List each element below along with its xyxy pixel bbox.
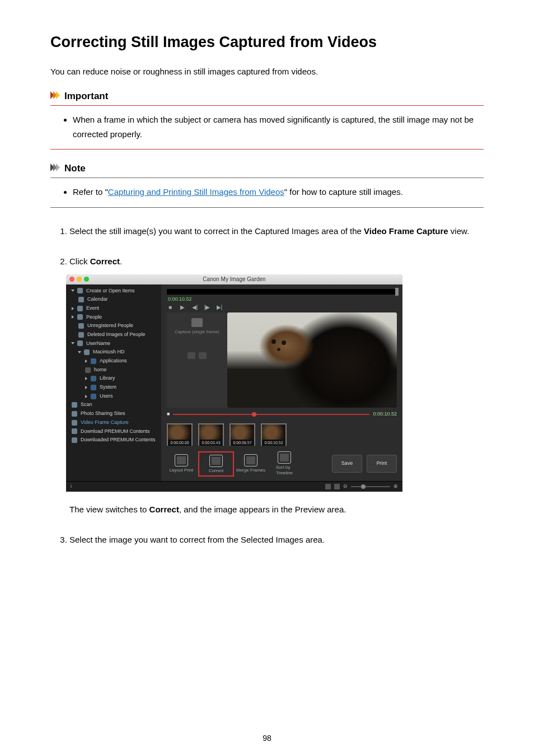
note-header: Note [50,161,484,178]
app-screenshot: Canon My Image Garden Create or Open Ite… [66,274,402,492]
sort-timeline-button[interactable]: Sort by Timeline [270,451,299,477]
sidebar-item-people[interactable]: People [66,313,161,322]
info-icon[interactable]: i [71,483,72,490]
sidebar-item-apps[interactable]: Applications [66,357,161,366]
capture-panel: Capture (single frame) [167,312,227,364]
thumb[interactable]: 0:00:03.43 [198,423,224,446]
view-mode-icon[interactable] [334,484,340,489]
sidebar-item-library[interactable]: Library [66,374,161,383]
note-label: Note [64,163,86,174]
camera-icon[interactable] [191,318,203,327]
view-mode-icon[interactable] [325,484,331,489]
stop-icon[interactable]: ■ [167,304,174,310]
note-body: Refer to "Capturing and Printing Still I… [50,178,484,208]
thumb[interactable]: 0:00:00.00 [167,423,193,446]
note-link[interactable]: Capturing and Printing Still Images from… [108,187,284,197]
sidebar-item-unregistered[interactable]: Unregistered People [66,321,161,330]
thumb[interactable]: 0:00:08.57 [229,423,255,446]
important-label: Important [64,91,108,102]
important-header: Important [50,88,484,106]
timestamp: 0:00:10.52 [168,296,402,303]
sidebar-item-sharing[interactable]: Photo Sharing Sites [66,409,161,418]
sidebar-item-home[interactable]: home [66,366,161,375]
window-title: Canon My Image Garden [66,276,402,283]
page-number: 98 [0,734,534,743]
playback-controls: ■ ▶ ◀| |▶ ▶| [167,304,402,310]
steps-list: Select the still image(s) you want to co… [50,223,484,548]
page-title: Correcting Still Images Captured from Vi… [50,34,484,51]
zoom-out-icon[interactable]: ⊖ [343,483,348,490]
slider-end-time: 0:00:10.52 [373,411,397,418]
print-button[interactable]: Print [367,455,397,473]
content-area: 0:00:10.52 ■ ▶ ◀| |▶ ▶| Capture (single … [161,284,402,481]
step-2-result: The view switches to Correct, and the im… [69,502,484,518]
prev-frame-icon[interactable]: ◀| [191,304,198,310]
video-strip[interactable] [167,289,397,295]
play-icon[interactable]: ▶ [179,304,186,310]
zoom-slider[interactable] [351,486,390,487]
sidebar-item-users[interactable]: Users [66,392,161,401]
sidebar: Create or Open Items Calendar Event Peop… [66,284,161,481]
action-row: Layout Print Correct Merge Frames Sort b… [167,451,397,477]
sidebar-item-deleted[interactable]: Deleted Images of People [66,330,161,339]
correct-button[interactable]: Correct [200,454,232,474]
step-3: Select the image you want to correct fro… [69,532,484,548]
important-body: When a frame in which the subject or cam… [50,106,484,150]
sidebar-item-username[interactable]: UserName [66,339,161,348]
merge-frames-button[interactable]: Merge Frames [236,454,265,473]
sidebar-item-system[interactable]: System [66,383,161,392]
sidebar-item-event[interactable]: Event [66,304,161,313]
time-slider[interactable]: ■ 0:00:10.52 [167,411,397,418]
important-item: When a frame in which the subject or cam… [73,113,484,141]
zoom-in-icon[interactable]: ⊕ [394,483,398,490]
mini-icon[interactable] [188,352,195,359]
thumb[interactable]: 0:00:10.52 [261,423,287,446]
note-item: Refer to "Capturing and Printing Still I… [73,185,484,199]
statusbar: i ⊖ ⊕ [66,481,402,492]
step-2: Click Correct. Canon My Image Garden Cre… [69,254,484,517]
sidebar-item-calendar[interactable]: Calendar [66,295,161,304]
sidebar-item-dled[interactable]: Downloaded PREMIUM Contents [66,436,161,445]
preview-image [227,312,397,408]
captured-thumbs: 0:00:00.00 0:00:03.43 0:00:08.57 0:00:10… [167,423,397,446]
mini-icon[interactable] [199,352,207,359]
save-button[interactable]: Save [332,455,362,473]
intro-text: You can reduce noise or roughness in sti… [50,67,484,76]
step-1: Select the still image(s) you want to co… [69,223,484,240]
preview-zone: Capture (single frame) [167,312,397,408]
titlebar: Canon My Image Garden [66,274,402,284]
sidebar-item-mac[interactable]: Macintosh HD [66,348,161,357]
capture-label: Capture (single frame) [169,329,225,335]
sidebar-item-scan[interactable]: Scan [66,400,161,409]
sidebar-item-create[interactable]: Create or Open Items [66,287,161,296]
chevron-icon [50,164,59,174]
sidebar-item-vfc[interactable]: Video Frame Capture [66,418,161,427]
layout-print-button[interactable]: Layout Print [167,454,196,473]
sidebar-item-dlc[interactable]: Download PREMIUM Contents [66,427,161,436]
step-icon[interactable]: ▶| [216,304,223,310]
chevron-icon [50,91,59,101]
next-frame-icon[interactable]: |▶ [204,304,210,310]
